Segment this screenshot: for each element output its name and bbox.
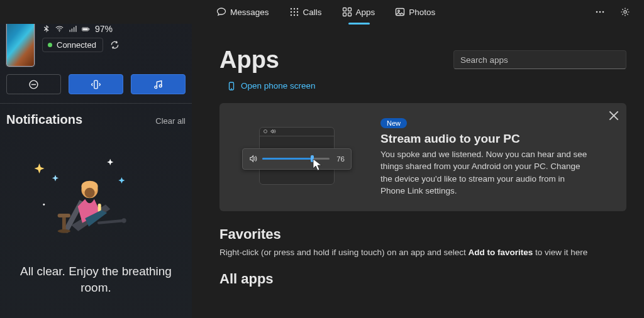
messages-icon: [216, 7, 226, 17]
svg-rect-10: [348, 8, 351, 11]
svg-point-27: [121, 219, 126, 223]
svg-point-32: [84, 188, 94, 198]
favorites-subtext: Right-click (or press and hold if using …: [219, 248, 626, 257]
svg-point-4: [293, 11, 294, 13]
close-feature-button[interactable]: [608, 109, 620, 122]
apps-icon: [342, 7, 352, 17]
volume-icon: [249, 155, 257, 163]
refresh-button[interactable]: [108, 38, 122, 52]
dialpad-icon: [289, 7, 299, 17]
sidebar: ALumia_Italia 97% Connected: [0, 24, 192, 318]
feature-media: 76: [231, 113, 363, 201]
tab-calls[interactable]: Calls: [280, 3, 331, 21]
bluetooth-icon: [42, 25, 50, 33]
tab-label: Messages: [230, 8, 269, 17]
device-thumbnail[interactable]: [6, 24, 35, 67]
camera-dot-icon: [264, 129, 267, 133]
photos-icon: [395, 7, 405, 17]
svg-rect-11: [343, 13, 346, 16]
svg-point-7: [293, 14, 294, 16]
svg-point-17: [602, 11, 604, 13]
svg-point-5: [296, 11, 297, 13]
settings-button[interactable]: [614, 3, 636, 21]
notifications-heading: Notifications: [6, 112, 82, 127]
page-title: Apps: [219, 47, 316, 74]
tab-label: Calls: [303, 8, 322, 17]
device-status-icons: 97%: [42, 24, 122, 34]
svg-rect-29: [62, 217, 65, 230]
connection-status[interactable]: Connected: [42, 38, 103, 52]
volume-value: 76: [335, 155, 345, 163]
svg-rect-21: [82, 28, 87, 30]
signal-icon: [69, 25, 77, 33]
svg-point-26: [43, 204, 45, 206]
svg-rect-23: [94, 80, 97, 89]
relax-illustration: [30, 145, 162, 252]
notifications-empty-text: All clear. Enjoy the breathing room.: [11, 263, 180, 295]
svg-point-3: [290, 11, 291, 13]
tab-label: Apps: [356, 8, 375, 17]
svg-rect-12: [348, 13, 351, 16]
new-badge: New: [380, 118, 407, 128]
feature-body: You spoke and we listened. Now you can h…: [380, 148, 588, 197]
tab-messages[interactable]: Messages: [208, 3, 278, 21]
status-dot-icon: [48, 43, 52, 47]
svg-rect-28: [57, 214, 70, 217]
battery-icon: [82, 25, 90, 33]
svg-point-16: [599, 11, 601, 13]
clear-all-button[interactable]: Clear all: [155, 116, 186, 126]
dnd-icon: [28, 79, 39, 90]
svg-point-0: [290, 8, 291, 9]
svg-point-24: [155, 85, 157, 88]
search-input[interactable]: [453, 50, 626, 69]
device-panel: ALumia_Italia 97% Connected: [5, 24, 187, 73]
battery-pct: 97%: [95, 24, 113, 34]
music-button[interactable]: [131, 74, 186, 94]
feature-title: Stream audio to your PC: [380, 132, 615, 146]
feature-card: 76 New Stream audio to your PC You spoke…: [219, 103, 626, 211]
mirror-icon: [91, 79, 101, 90]
top-nav: Messages Calls Apps Photos: [0, 0, 644, 24]
svg-point-6: [290, 14, 291, 16]
close-icon: [608, 109, 620, 122]
svg-point-2: [296, 8, 297, 9]
svg-point-25: [159, 84, 162, 87]
svg-point-19: [59, 30, 60, 31]
notifications-empty-state: All clear. Enjoy the breathing room.: [5, 127, 187, 308]
svg-point-8: [296, 14, 297, 16]
tab-label: Photos: [409, 8, 435, 17]
connection-label: Connected: [57, 40, 96, 50]
gear-icon: [620, 7, 630, 17]
svg-point-15: [596, 11, 598, 13]
svg-point-18: [624, 11, 626, 13]
dnd-button[interactable]: [6, 74, 61, 94]
music-icon: [153, 79, 164, 90]
cursor-icon: [313, 158, 323, 173]
svg-point-14: [398, 10, 400, 12]
svg-point-30: [57, 229, 70, 233]
svg-point-1: [293, 8, 294, 9]
refresh-icon: [110, 40, 119, 50]
wifi-icon: [55, 25, 64, 33]
main-content: Apps Open phone screen: [192, 24, 644, 318]
tab-photos[interactable]: Photos: [386, 3, 444, 21]
mirror-button[interactable]: [69, 74, 123, 94]
svg-rect-9: [343, 8, 346, 11]
favorites-heading: Favorites: [219, 226, 626, 243]
more-icon: [595, 7, 605, 17]
phone-screen-icon: [227, 82, 236, 90]
speaker-mini-icon: [270, 128, 276, 134]
tab-apps[interactable]: Apps: [333, 3, 384, 21]
all-apps-heading: All apps: [219, 271, 626, 287]
volume-overlay: 76: [242, 148, 352, 170]
open-phone-label: Open phone screen: [241, 81, 316, 90]
more-button[interactable]: [589, 3, 611, 21]
divider: [0, 103, 192, 104]
open-phone-screen-link[interactable]: Open phone screen: [219, 81, 316, 90]
